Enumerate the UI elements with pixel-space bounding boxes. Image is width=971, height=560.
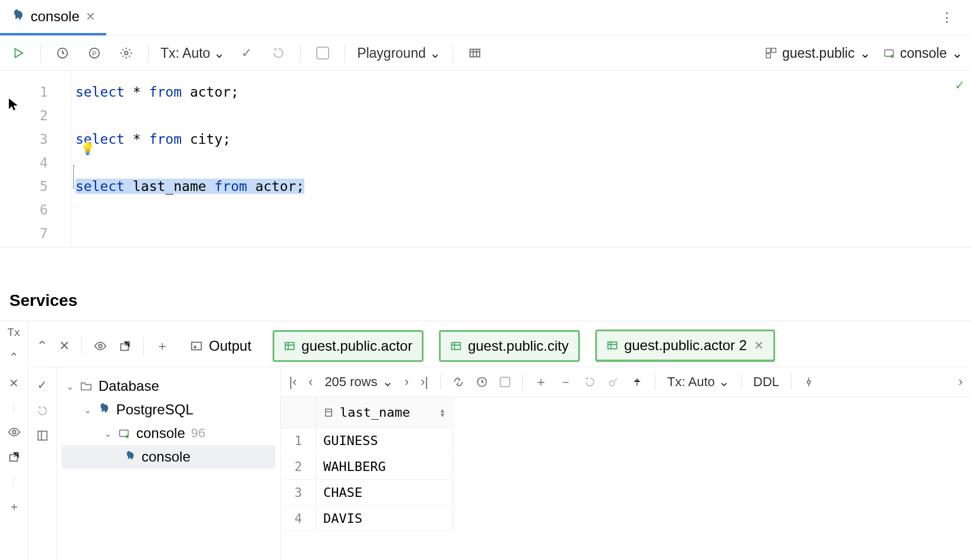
tx-mode-dropdown[interactable]: Tx: Auto⌄ [667,374,729,390]
tx-mode-dropdown[interactable]: Tx: Auto ⌄ [160,45,225,61]
svg-text:P: P [92,50,96,57]
code-area[interactable]: 💡 select * from actor;select * from city… [72,71,971,247]
external-icon[interactable] [119,340,132,353]
target-dropdown[interactable]: console ⌄ [883,45,963,61]
run-button[interactable] [8,43,28,63]
next-page-icon[interactable]: › [405,374,409,390]
postgresql-icon [11,9,25,24]
schema-dropdown[interactable]: guest.public ⌄ [765,45,871,61]
svg-point-3 [124,51,128,55]
settings-icon[interactable] [116,43,136,63]
intention-bulb-icon[interactable]: 💡 [80,141,95,156]
refresh-icon[interactable] [452,376,464,388]
svg-rect-23 [326,409,332,416]
grid-cell[interactable]: DAVIS [316,506,452,532]
add-icon[interactable]: ＋ [8,499,20,515]
data-panel: |‹ ‹ 205 rows⌄ › ›| ＋ [281,367,971,560]
scroll-right-icon[interactable]: › [959,374,963,390]
collapse-icon[interactable]: ✕ [9,376,19,390]
commit-icon[interactable]: ✓ [237,43,257,63]
output-tab[interactable]: Output [184,334,257,358]
sort-icon[interactable]: ▴▾ [439,408,445,417]
services-panel-title: Services [0,284,971,321]
chevron-down-icon: ⌄ [66,381,74,392]
rows-dropdown[interactable]: 205 rows⌄ [324,374,392,390]
eye-icon[interactable] [8,426,21,439]
history-icon[interactable] [53,43,73,63]
tree-node-database[interactable]: ⌄ Database [61,374,275,398]
open-icon[interactable] [8,450,21,463]
svg-rect-6 [772,48,776,52]
sql-editor[interactable]: 12345✓67 💡 select * from actor;select * … [0,71,971,248]
collapse-button[interactable]: ⌃ [37,338,47,354]
folder-icon [80,380,93,393]
explain-icon[interactable]: P [84,43,104,63]
revert-icon[interactable] [37,405,48,417]
gutter: 12345✓67 [0,71,72,247]
stop-icon[interactable] [500,377,510,387]
view-icon[interactable] [94,340,107,353]
tx-label: Tx [8,326,21,338]
result-tab-city[interactable]: guest.public.city [439,330,580,362]
editor-toolbar: P Tx: Auto ⌄ ✓ Playground ⌄ guest.public… [0,36,971,71]
plus-icon[interactable]: ＋ [156,337,169,355]
chevron-down-icon: ⌄ [952,45,963,61]
remove-row-icon[interactable]: － [559,373,572,391]
revert-icon[interactable] [584,376,596,388]
prev-page-icon[interactable]: ‹ [309,374,313,390]
grid-cell[interactable]: WAHLBERG [316,454,452,480]
svg-rect-4 [470,50,480,57]
ddl-button[interactable]: DDL [753,374,779,390]
result-grid[interactable]: 1234 last_name ▴▾ GUINESSWAHLBERGCHASEDA… [281,397,971,532]
upload-icon[interactable] [631,376,643,388]
svg-point-12 [99,344,102,348]
chevron-down-icon: ⌄ [429,45,441,61]
playground-dropdown[interactable]: Playground ⌄ [357,45,440,61]
result-tab-actor[interactable]: guest.public.actor [273,330,424,362]
close-button[interactable]: ✕ [59,338,70,354]
cursor-indicator [73,165,75,189]
grid-cell[interactable]: GUINESS [316,428,452,454]
svg-rect-15 [286,342,294,350]
services-tabs: ⌃ ✕ ＋ Output guest.public.actor [28,321,971,362]
editor-tab-console[interactable]: console ✕ [0,0,106,35]
services-panel: Tx ⌃ ✕ ＋ ⌃ ✕ ＋ [0,321,971,560]
chevron-down-icon: ⌄ [84,404,91,416]
svg-rect-16 [452,342,461,350]
grid-cell[interactable]: CHASE [316,480,452,506]
column-header-last-name[interactable]: last_name ▴▾ [316,397,452,428]
accept-icon[interactable]: ✓ [37,378,47,392]
result-tab-actor-2[interactable]: guest.public.actor 2 ✕ [595,330,775,362]
svg-point-20 [126,435,129,439]
stop-icon[interactable] [313,43,333,63]
mouse-pointer-icon [8,98,19,112]
chevron-down-icon: ⌄ [214,45,225,61]
svg-point-10 [12,430,16,434]
tree-node-console[interactable]: ⌄ console 96 [61,421,275,445]
tree-leaf-console[interactable]: console [61,445,275,469]
last-page-icon[interactable]: ›| [421,374,428,390]
data-toolbar: |‹ ‹ 205 rows⌄ › ›| ＋ [281,367,971,397]
pin-icon[interactable] [803,377,814,387]
close-icon[interactable]: ✕ [86,9,96,24]
add-row-icon[interactable]: ＋ [534,373,547,391]
clock-icon[interactable] [476,376,488,388]
rollback-icon[interactable] [268,43,288,63]
expand-icon[interactable]: ⌃ [9,350,19,364]
first-page-icon[interactable]: |‹ [289,374,297,390]
svg-rect-5 [766,48,770,52]
chevron-down-icon: ⌄ [860,45,871,61]
inspection-ok-icon: ✓ [956,77,964,93]
table-view-icon[interactable] [465,43,485,63]
svg-point-9 [890,55,894,58]
layout-icon[interactable] [37,430,48,442]
tree-node-postgresql[interactable]: ⌄ PostgreSQL [61,398,275,421]
services-tree[interactable]: ⌄ Database ⌄ PostgreSQL ⌄ [57,367,281,560]
more-menu-icon[interactable]: ⋮ [930,10,964,25]
close-icon[interactable]: ✕ [754,338,764,353]
tab-bar: console ✕ ⋮ [0,0,971,36]
postgresql-icon [97,403,110,416]
tab-title: console [31,8,80,25]
submit-icon[interactable] [608,376,619,388]
console-icon [117,427,130,440]
